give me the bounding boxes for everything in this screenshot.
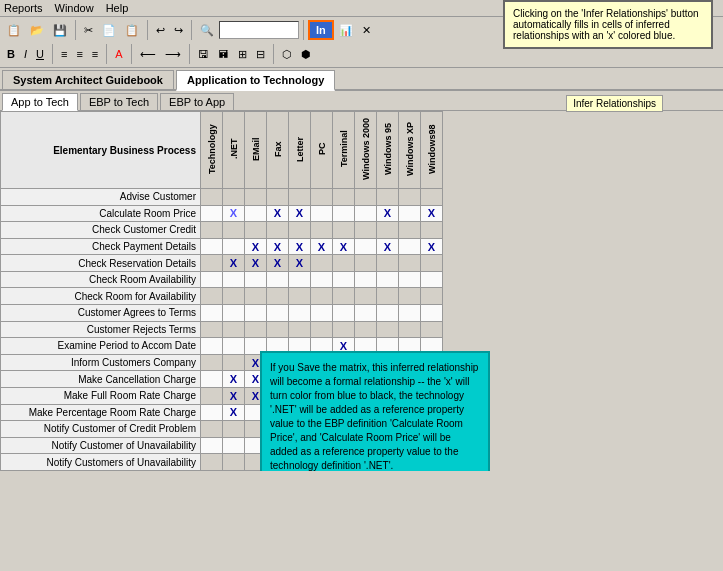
matrix-cell[interactable]: X <box>223 255 245 272</box>
matrix-cell[interactable]: X <box>377 238 399 255</box>
tab-ebp-to-tech[interactable]: EBP to Tech <box>80 93 158 110</box>
matrix-cell[interactable] <box>201 387 223 404</box>
matrix-cell[interactable] <box>421 255 443 272</box>
matrix-cell[interactable] <box>289 222 311 239</box>
toolbar-btn-search[interactable]: 🔍 <box>196 22 218 39</box>
matrix-cell[interactable]: X <box>223 205 245 222</box>
matrix-cell[interactable] <box>355 255 377 272</box>
matrix-cell[interactable] <box>399 238 421 255</box>
matrix-cell[interactable] <box>377 321 399 338</box>
matrix-cell[interactable] <box>355 271 377 288</box>
matrix-cell[interactable] <box>333 189 355 206</box>
matrix-cell[interactable]: X <box>223 404 245 421</box>
matrix-cell[interactable] <box>355 321 377 338</box>
toolbar-align-center[interactable]: ≡ <box>72 46 86 62</box>
tab-application-to-technology[interactable]: Application to Technology <box>176 70 335 91</box>
matrix-cell[interactable] <box>223 238 245 255</box>
toolbar-btn-8[interactable]: 🖫 <box>194 46 213 62</box>
search-input[interactable] <box>219 21 299 39</box>
matrix-cell[interactable] <box>377 288 399 305</box>
matrix-cell[interactable] <box>421 222 443 239</box>
matrix-cell[interactable] <box>245 189 267 206</box>
toolbar-btn-7[interactable]: ⟶ <box>161 46 185 63</box>
matrix-cell[interactable] <box>311 305 333 322</box>
matrix-cell[interactable] <box>421 288 443 305</box>
matrix-cell[interactable] <box>201 271 223 288</box>
menu-window[interactable]: Window <box>55 2 94 14</box>
matrix-cell[interactable] <box>267 189 289 206</box>
toolbar-btn-11[interactable]: ⊟ <box>252 46 269 63</box>
matrix-cell[interactable] <box>399 321 421 338</box>
matrix-cell[interactable] <box>223 454 245 471</box>
matrix-cell[interactable] <box>267 271 289 288</box>
matrix-cell[interactable] <box>399 271 421 288</box>
matrix-cell[interactable]: X <box>267 255 289 272</box>
matrix-cell[interactable] <box>333 288 355 305</box>
matrix-cell[interactable] <box>201 189 223 206</box>
matrix-cell[interactable] <box>201 421 223 438</box>
matrix-cell[interactable]: X <box>333 238 355 255</box>
matrix-cell[interactable] <box>377 222 399 239</box>
matrix-cell[interactable] <box>201 321 223 338</box>
matrix-cell[interactable] <box>245 222 267 239</box>
matrix-cell[interactable] <box>201 288 223 305</box>
tab-app-to-tech[interactable]: App to Tech <box>2 93 78 111</box>
toolbar-align-left[interactable]: ≡ <box>57 46 71 62</box>
toolbar-btn-undo[interactable]: ↩ <box>152 22 169 39</box>
toolbar-btn-copy[interactable]: 📄 <box>98 22 120 39</box>
matrix-cell[interactable] <box>267 222 289 239</box>
matrix-cell[interactable] <box>355 189 377 206</box>
matrix-cell[interactable] <box>223 189 245 206</box>
matrix-cell[interactable] <box>201 255 223 272</box>
toolbar-italic[interactable]: I <box>20 46 31 62</box>
matrix-cell[interactable]: X <box>267 205 289 222</box>
matrix-cell[interactable] <box>223 421 245 438</box>
matrix-cell[interactable] <box>223 321 245 338</box>
toolbar-font-color[interactable]: A <box>111 46 126 62</box>
matrix-cell[interactable] <box>311 222 333 239</box>
toolbar-align-right[interactable]: ≡ <box>88 46 102 62</box>
matrix-cell[interactable] <box>377 271 399 288</box>
matrix-cell[interactable] <box>399 288 421 305</box>
matrix-cell[interactable] <box>355 205 377 222</box>
matrix-cell[interactable] <box>267 288 289 305</box>
matrix-cell[interactable] <box>289 288 311 305</box>
matrix-cell[interactable] <box>245 321 267 338</box>
matrix-cell[interactable]: X <box>289 238 311 255</box>
menu-help[interactable]: Help <box>106 2 129 14</box>
matrix-cell[interactable] <box>421 189 443 206</box>
matrix-cell[interactable] <box>223 354 245 371</box>
matrix-cell[interactable] <box>355 222 377 239</box>
matrix-cell[interactable] <box>311 205 333 222</box>
matrix-cell[interactable] <box>201 238 223 255</box>
toolbar-btn-12[interactable]: ⬡ <box>278 46 296 63</box>
toolbar-btn-close[interactable]: ✕ <box>358 22 375 39</box>
matrix-cell[interactable]: X <box>223 387 245 404</box>
matrix-cell[interactable] <box>311 189 333 206</box>
matrix-cell[interactable]: X <box>421 205 443 222</box>
toolbar-btn-10[interactable]: ⊞ <box>234 46 251 63</box>
matrix-cell[interactable] <box>311 321 333 338</box>
matrix-cell[interactable] <box>223 338 245 355</box>
matrix-cell[interactable] <box>421 321 443 338</box>
matrix-cell[interactable] <box>201 404 223 421</box>
matrix-cell[interactable]: X <box>245 238 267 255</box>
toolbar-btn-paste[interactable]: 📋 <box>121 22 143 39</box>
matrix-cell[interactable] <box>223 271 245 288</box>
matrix-cell[interactable] <box>289 321 311 338</box>
matrix-cell[interactable] <box>201 305 223 322</box>
matrix-cell[interactable] <box>201 454 223 471</box>
matrix-cell[interactable] <box>333 222 355 239</box>
toolbar-bold[interactable]: B <box>3 46 19 62</box>
matrix-cell[interactable] <box>399 189 421 206</box>
matrix-cell[interactable] <box>223 222 245 239</box>
toolbar-btn-6[interactable]: ⟵ <box>136 46 160 63</box>
matrix-cell[interactable] <box>399 255 421 272</box>
matrix-cell[interactable] <box>201 354 223 371</box>
toolbar-btn-9[interactable]: 🖬 <box>214 46 233 62</box>
menu-reports[interactable]: Reports <box>4 2 43 14</box>
matrix-cell[interactable] <box>311 288 333 305</box>
matrix-cell[interactable] <box>399 205 421 222</box>
matrix-cell[interactable] <box>311 271 333 288</box>
matrix-cell[interactable] <box>421 305 443 322</box>
